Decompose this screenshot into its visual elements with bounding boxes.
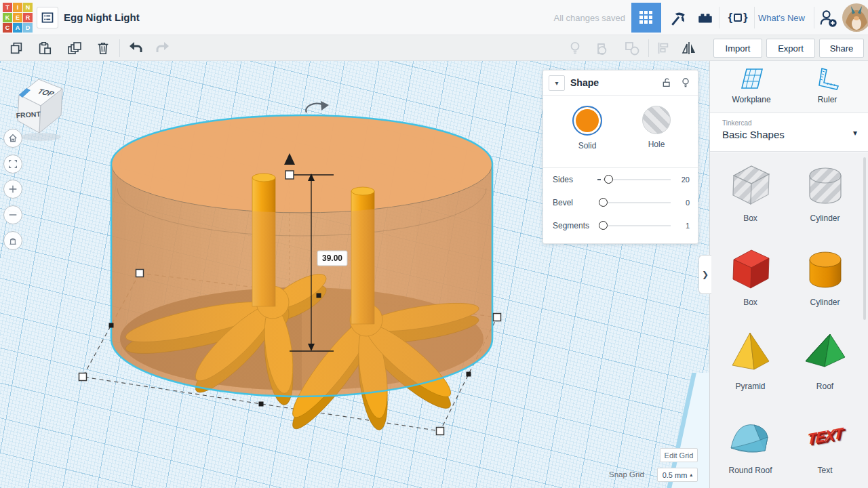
hole-label: Hole bbox=[648, 140, 665, 149]
minecraft-export-button[interactable] bbox=[667, 7, 690, 30]
logo-letter: D bbox=[23, 23, 33, 33]
slider-min-tick bbox=[597, 179, 601, 180]
slider-value[interactable]: 1 bbox=[686, 222, 690, 230]
shape-item-cylinder[interactable]: Cylinder bbox=[789, 242, 861, 307]
dimension-value[interactable]: 39.00 bbox=[322, 253, 342, 263]
shape-item-pyramid[interactable]: Pyramid bbox=[714, 326, 787, 391]
shape-label: Cylinder bbox=[810, 298, 840, 307]
slider-track[interactable] bbox=[603, 202, 671, 203]
library-name: Basic Shapes bbox=[722, 129, 785, 140]
rotate-handle[interactable] bbox=[306, 101, 329, 113]
undo-button[interactable] bbox=[126, 39, 145, 58]
slider-value[interactable]: 0 bbox=[686, 199, 690, 207]
toolbar-divider bbox=[648, 39, 649, 57]
delete-button[interactable] bbox=[94, 39, 113, 58]
paste-button[interactable] bbox=[35, 39, 54, 58]
edge-handle[interactable] bbox=[317, 293, 321, 298]
shape-inspector-panel: ▾ Shape Solid Hole bbox=[542, 70, 698, 244]
shape-item-text[interactable]: TEXT Text bbox=[789, 410, 861, 475]
autosave-status: All changes saved bbox=[553, 13, 625, 23]
ungroup-button[interactable] bbox=[623, 39, 642, 58]
avatar-image bbox=[842, 3, 868, 32]
align-button[interactable] bbox=[654, 39, 673, 58]
hole-pattern-circle[interactable] bbox=[642, 106, 671, 134]
brick-export-button[interactable] bbox=[694, 7, 717, 30]
invite-collaborator-button[interactable] bbox=[816, 7, 840, 30]
lock-button[interactable] bbox=[660, 76, 673, 89]
brace-right: } bbox=[743, 11, 748, 24]
corner-handle[interactable] bbox=[79, 373, 87, 381]
corner-handle[interactable] bbox=[494, 314, 501, 321]
shape-item-hole-cylinder[interactable]: Cylinder bbox=[789, 158, 861, 223]
slider-row-segments: Segments 1 bbox=[543, 214, 698, 237]
workplane-tool[interactable]: Workplane bbox=[714, 66, 789, 104]
hole-swatch[interactable]: Hole bbox=[626, 106, 687, 149]
trash-icon bbox=[96, 41, 111, 56]
logo-letter: E bbox=[13, 13, 22, 22]
shape-item-box[interactable]: Box bbox=[714, 242, 787, 307]
roof-icon bbox=[799, 326, 852, 379]
slider-knob[interactable] bbox=[599, 221, 608, 230]
export-button[interactable]: Export bbox=[766, 39, 815, 58]
duplicate-button[interactable] bbox=[65, 39, 84, 58]
edit-toolbar: Import Export Share bbox=[0, 35, 868, 61]
unlock-icon bbox=[661, 77, 672, 88]
tinkercad-logo[interactable]: T I N K E R C A D bbox=[3, 3, 33, 33]
whats-new-link[interactable]: What's New bbox=[758, 13, 805, 23]
user-avatar[interactable] bbox=[842, 3, 868, 32]
copy-icon bbox=[9, 41, 24, 56]
logo-letter: C bbox=[3, 23, 12, 33]
slider-knob[interactable] bbox=[604, 175, 613, 184]
codeblocks-button[interactable]: { } bbox=[723, 7, 753, 28]
lightbulb-icon bbox=[680, 77, 691, 88]
group-button[interactable] bbox=[594, 39, 613, 58]
slider-value[interactable]: 20 bbox=[682, 176, 690, 184]
collapse-panel-button[interactable]: ▾ bbox=[549, 75, 565, 91]
shape-item-hole-box[interactable]: Box bbox=[714, 158, 787, 223]
snap-grid-dropdown[interactable]: 0.5 mm ▴ bbox=[657, 468, 698, 482]
hide-button[interactable] bbox=[679, 76, 692, 89]
sidebar-scrollbar[interactable] bbox=[863, 157, 866, 320]
slider-knob[interactable] bbox=[599, 198, 608, 207]
share-button[interactable]: Share bbox=[819, 39, 864, 58]
shape-label: Text bbox=[817, 466, 832, 475]
caret-up-icon: ▴ bbox=[690, 472, 692, 478]
import-button[interactable]: Import bbox=[713, 39, 762, 58]
show-all-button[interactable] bbox=[566, 39, 585, 58]
slider-track[interactable] bbox=[603, 225, 671, 226]
corner-handle[interactable] bbox=[136, 270, 144, 277]
copy-button[interactable] bbox=[7, 39, 26, 58]
mirror-button[interactable] bbox=[679, 39, 698, 58]
edge-handle[interactable] bbox=[259, 402, 264, 407]
redo-button[interactable] bbox=[153, 39, 172, 58]
edge-handle[interactable] bbox=[467, 372, 471, 377]
align-icon bbox=[656, 41, 671, 56]
solid-swatch[interactable]: Solid bbox=[557, 106, 618, 150]
edge-handle[interactable] bbox=[109, 323, 114, 328]
slider-row-bevel: Bevel 0 bbox=[543, 191, 698, 214]
shape-gallery: Box Cylinder Box bbox=[710, 152, 868, 488]
shape-label: Box bbox=[743, 214, 757, 223]
edit-grid-button[interactable]: Edit Grid bbox=[660, 448, 698, 462]
shape-item-round-roof[interactable]: Round Roof bbox=[714, 410, 787, 475]
document-title[interactable]: Egg Night Light bbox=[64, 12, 140, 23]
design-properties-button[interactable] bbox=[37, 7, 58, 28]
mirror-icon bbox=[681, 40, 697, 56]
ruler-tool[interactable]: Ruler bbox=[790, 66, 865, 104]
lightbulb-icon bbox=[568, 41, 583, 56]
corner-handle[interactable] bbox=[437, 428, 444, 435]
slider-track[interactable] bbox=[603, 179, 671, 180]
shape-panel-header: ▾ Shape bbox=[543, 70, 698, 96]
sidebar-collapse-tab[interactable]: ❯ bbox=[698, 255, 711, 294]
shape-item-roof[interactable]: Roof bbox=[789, 326, 861, 391]
scale-handle-top[interactable] bbox=[285, 171, 294, 179]
model-egg-night-light[interactable] bbox=[111, 115, 492, 436]
shape-label: Round Roof bbox=[728, 466, 772, 475]
solid-color-circle[interactable] bbox=[572, 106, 602, 136]
dashboard-grid-button[interactable] bbox=[631, 3, 661, 33]
solid-label: Solid bbox=[578, 141, 597, 150]
shape-library-dropdown[interactable]: Tinkercad Basic Shapes ▾ bbox=[710, 113, 868, 152]
redo-icon bbox=[155, 40, 171, 56]
person-plus-icon bbox=[818, 8, 838, 28]
chevron-right-icon: ❯ bbox=[702, 270, 709, 279]
